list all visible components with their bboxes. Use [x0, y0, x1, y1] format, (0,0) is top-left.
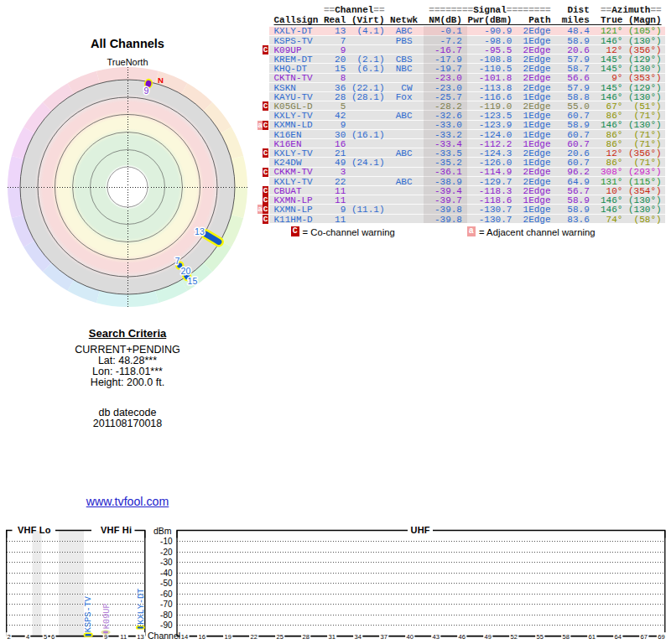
svg-text:-90: -90 [160, 621, 173, 630]
svg-text:VHF Hi: VHF Hi [101, 525, 132, 535]
svg-text:31: 31 [328, 633, 335, 641]
svg-text:28: 28 [302, 633, 309, 641]
svg-text:5: 5 [44, 633, 47, 641]
svg-text:VHF Lo: VHF Lo [18, 525, 51, 535]
svg-text:-80: -80 [160, 610, 173, 620]
svg-text:34: 34 [354, 633, 361, 641]
svg-text:Channel: Channel [148, 631, 180, 641]
svg-text:52: 52 [511, 633, 518, 641]
svg-text:K09UP: K09UP [101, 603, 112, 629]
svg-text:25: 25 [276, 633, 283, 641]
svg-text:-60: -60 [160, 589, 173, 599]
svg-text:-10: -10 [160, 537, 173, 546]
svg-text:49: 49 [485, 633, 492, 641]
svg-text:14: 14 [181, 633, 188, 641]
svg-text:-40: -40 [160, 569, 173, 578]
svg-text:46: 46 [459, 633, 466, 641]
svg-text:22: 22 [250, 633, 257, 641]
svg-text:-50: -50 [160, 579, 173, 588]
svg-text:UHF: UHF [411, 525, 430, 535]
svg-text:KXLY-DT: KXLY-DT [136, 589, 146, 625]
svg-text:-20: -20 [160, 548, 173, 557]
svg-text:13: 13 [195, 226, 205, 236]
svg-text:43: 43 [433, 633, 440, 641]
svg-text:-70: -70 [160, 600, 173, 609]
svg-text:9: 9 [144, 86, 149, 96]
svg-text:64: 64 [615, 633, 622, 641]
svg-text:16: 16 [198, 633, 205, 641]
svg-text:61: 61 [589, 633, 596, 641]
svg-text:40: 40 [407, 633, 414, 641]
svg-text:69: 69 [658, 633, 664, 641]
svg-text:6: 6 [51, 633, 55, 641]
svg-text:dBm: dBm [153, 526, 172, 536]
svg-text:4: 4 [26, 633, 29, 641]
svg-text:20: 20 [181, 266, 191, 276]
svg-text:67: 67 [641, 633, 648, 641]
svg-text:2: 2 [7, 633, 10, 641]
svg-text:55: 55 [537, 633, 544, 641]
svg-text:19: 19 [224, 633, 231, 641]
svg-text:7: 7 [175, 256, 180, 266]
svg-text:15: 15 [188, 276, 198, 286]
svg-text:-30: -30 [160, 558, 173, 567]
svg-text:58: 58 [563, 633, 570, 641]
svg-text:37: 37 [381, 633, 388, 641]
svg-text:11: 11 [120, 633, 127, 641]
svg-text:KSPS-TV: KSPS-TV [83, 595, 93, 632]
svg-text:13: 13 [137, 633, 143, 641]
svg-text:N: N [158, 75, 164, 85]
